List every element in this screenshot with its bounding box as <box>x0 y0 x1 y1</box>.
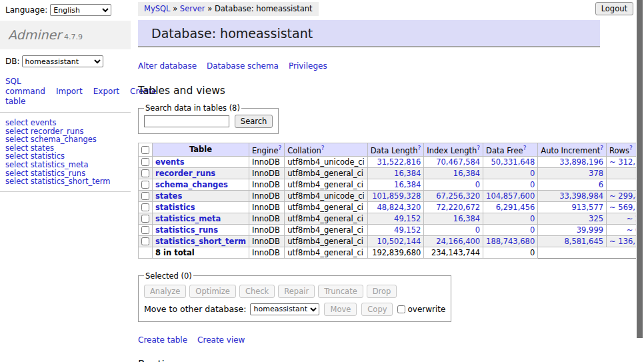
sidebar-actions: SQL commandImportExportCreate table <box>0 69 131 113</box>
auto-increment-link[interactable]: 913,577 <box>571 203 603 212</box>
data-length-link[interactable]: 49,152 <box>394 214 421 223</box>
data-free-link[interactable]: 104,857,600 <box>486 191 535 201</box>
index-length-link[interactable]: 0 <box>475 225 480 235</box>
row-select-cell <box>139 156 153 167</box>
table-name-link[interactable]: schema_changes <box>155 180 228 189</box>
create-link[interactable]: Create view <box>197 335 245 345</box>
copy-button[interactable]: Copy <box>361 303 393 316</box>
data-free-link[interactable]: 6,291,456 <box>496 203 535 212</box>
data-length-link[interactable]: 48,824,320 <box>377 203 421 212</box>
data-free-link[interactable]: 0 <box>530 225 535 235</box>
selected-fieldset: Selected (0) AnalyzeOptimizeCheckRepairT… <box>138 271 451 322</box>
selected-action-button[interactable]: Analyze <box>144 285 186 298</box>
selected-action-button[interactable]: Optimize <box>189 285 236 298</box>
row-checkbox[interactable] <box>141 215 149 223</box>
move-db-select[interactable]: homeassistant <box>250 303 319 315</box>
selected-action-button[interactable]: Check <box>239 285 275 298</box>
data-length-link[interactable]: 101,859,328 <box>372 191 421 201</box>
move-button[interactable]: Move <box>324 303 357 316</box>
sidebar-action-link[interactable]: Export <box>93 87 119 96</box>
selected-action-button[interactable]: Repair <box>278 285 315 298</box>
index-length-link[interactable]: 72,220,672 <box>436 203 480 212</box>
sidebar-table-link[interactable]: select events <box>5 119 125 127</box>
data-free-link[interactable]: 50,331,648 <box>491 157 535 167</box>
cell-data-free: 104,857,600 <box>483 190 538 201</box>
index-length-link[interactable]: 16,384 <box>453 214 480 223</box>
data-length-link[interactable]: 10,502,144 <box>377 237 421 246</box>
table-name-link[interactable]: states <box>155 191 182 201</box>
table-name-link[interactable]: statistics_meta <box>155 214 221 223</box>
data-free-link[interactable]: 0 <box>530 180 535 189</box>
sidebar-table-link[interactable]: select statistics_short_term <box>5 177 125 186</box>
table-name-link[interactable]: recorder_runs <box>155 169 215 178</box>
language-row: Language:English <box>0 0 131 17</box>
data-length-link[interactable]: 49,152 <box>394 225 421 235</box>
db-select[interactable]: homeassistant <box>22 55 103 67</box>
row-checkbox[interactable] <box>141 181 149 189</box>
sidebar-action-link[interactable]: SQL command <box>5 77 45 96</box>
language-select[interactable]: English <box>50 4 111 16</box>
data-free-link[interactable]: 0 <box>530 214 535 223</box>
cell-table-name: states <box>153 190 249 201</box>
create-link[interactable]: Create table <box>138 335 187 345</box>
auto-increment-link[interactable]: 325 <box>589 214 603 223</box>
auto-increment-link[interactable]: 33,398,984 <box>559 191 603 201</box>
row-checkbox[interactable] <box>141 169 149 177</box>
cell-data-free: 0 <box>483 213 538 224</box>
adminer-brand[interactable]: Adminer4.7.9 <box>0 21 131 49</box>
scrollbar-thumb[interactable] <box>637 0 643 338</box>
help-link[interactable]: ? <box>629 145 633 151</box>
table-name-link[interactable]: statistics <box>155 203 195 212</box>
help-link[interactable]: ? <box>600 145 603 151</box>
selected-action-button[interactable]: Drop <box>367 285 397 298</box>
index-length-link[interactable]: 70,467,584 <box>436 157 480 167</box>
table-name-link[interactable]: statistics_runs <box>155 225 218 235</box>
help-link[interactable]: ? <box>418 145 421 151</box>
selected-action-button[interactable]: Truncate <box>318 285 363 298</box>
table-name-link[interactable]: events <box>155 157 185 167</box>
data-free-link[interactable]: 0 <box>530 169 535 178</box>
data-length-link[interactable]: 16,384 <box>394 169 421 178</box>
auto-increment-link[interactable]: 33,898,196 <box>559 157 603 167</box>
help-link[interactable]: ? <box>523 145 527 151</box>
cell-table-name: statistics_short_term <box>153 235 249 247</box>
cell-data-length: 49,152 <box>367 224 424 235</box>
table-name-link[interactable]: statistics_short_term <box>155 237 246 246</box>
breadcrumb-link[interactable]: MySQL <box>144 4 171 13</box>
auto-increment-link[interactable]: 8,581,645 <box>565 237 604 246</box>
breadcrumb-link[interactable]: Server <box>180 4 205 13</box>
row-checkbox[interactable] <box>141 192 149 200</box>
index-length-link[interactable]: 67,256,320 <box>436 191 480 201</box>
row-checkbox[interactable] <box>141 203 149 211</box>
index-length-link[interactable]: 16,384 <box>453 169 480 178</box>
index-length-link[interactable]: 24,166,400 <box>436 237 480 246</box>
row-checkbox[interactable] <box>141 226 149 234</box>
adminer-logo[interactable]: Adminer <box>8 27 61 42</box>
help-link[interactable]: ? <box>321 145 325 151</box>
move-label: Move to other database: <box>144 304 246 314</box>
help-link[interactable]: ? <box>477 145 480 151</box>
sidebar-table-link[interactable]: select statistics_meta <box>5 161 125 169</box>
data-length-link[interactable]: 31,522,816 <box>377 157 421 167</box>
select-all-checkbox[interactable] <box>141 146 149 154</box>
auto-increment-link[interactable]: 39,999 <box>577 225 603 235</box>
overwrite-checkbox[interactable] <box>397 305 405 313</box>
database-action-link[interactable]: Database schema <box>207 61 279 71</box>
sidebar-table-link[interactable]: select schema_changes <box>5 135 125 144</box>
row-checkbox[interactable] <box>141 237 149 245</box>
scrollbar-track[interactable] <box>636 0 644 362</box>
auto-increment-link[interactable]: 6 <box>599 180 603 189</box>
data-length-link[interactable]: 16,384 <box>394 180 421 189</box>
data-free-link[interactable]: 188,743,680 <box>486 237 535 246</box>
database-action-link[interactable]: Alter database <box>138 61 197 71</box>
row-checkbox[interactable] <box>141 158 149 166</box>
help-link[interactable]: ? <box>278 145 281 151</box>
index-length-link[interactable]: 0 <box>475 180 480 189</box>
auto-increment-link[interactable]: 378 <box>589 169 603 178</box>
search-button[interactable]: Search <box>235 115 273 128</box>
search-input[interactable] <box>144 115 229 127</box>
cell-engine: InnoDB <box>249 156 285 167</box>
sidebar-action-link[interactable]: Import <box>56 87 83 96</box>
database-action-link[interactable]: Privileges <box>289 61 327 71</box>
logout-button[interactable]: Logout <box>595 2 633 15</box>
